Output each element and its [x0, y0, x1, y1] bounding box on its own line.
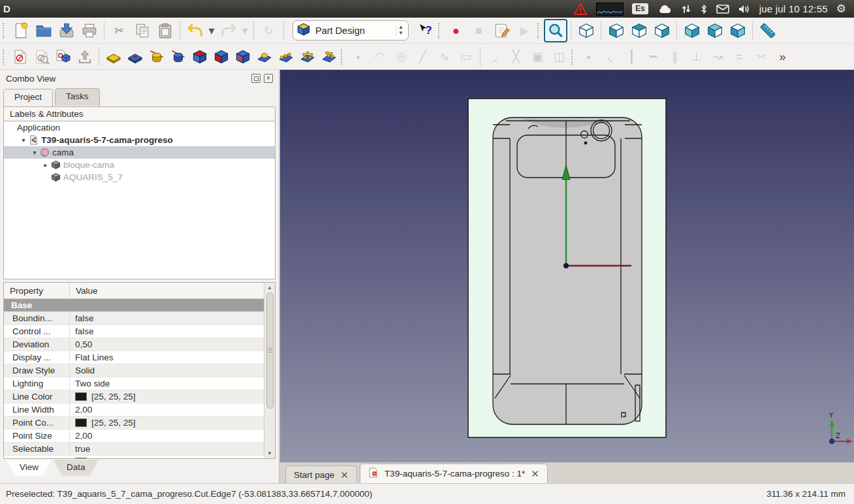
clock[interactable]: jue jul 10 12:55 [759, 3, 828, 14]
groove-button[interactable] [167, 46, 189, 68]
linear-pattern-button[interactable] [275, 46, 296, 68]
scroll-down-arrow[interactable]: ▼ [264, 449, 275, 458]
workbench-spin-buttons[interactable]: ▲▼ [396, 25, 405, 37]
measure-distance-button[interactable] [756, 20, 779, 42]
scroll-up-arrow[interactable]: ▲ [264, 283, 275, 292]
tab-tasks[interactable]: Tasks [55, 88, 100, 106]
print-button[interactable] [78, 20, 101, 42]
tree-item-application[interactable]: Application [4, 121, 275, 134]
sketch-trim-button[interactable]: ╳ [505, 46, 527, 68]
property-value[interactable]: 2,00 [70, 431, 275, 441]
phone-model[interactable] [493, 118, 642, 424]
property-row-draw-style[interactable]: Draw StyleSolid [4, 364, 275, 377]
property-value[interactable]: [25, 25, 25] [70, 418, 275, 428]
property-row-point-size[interactable]: Point Size2,00 [4, 430, 275, 443]
property-group-base[interactable]: Base [4, 299, 275, 312]
mail-icon[interactable] [716, 5, 729, 14]
chamfer-button[interactable] [210, 46, 232, 68]
volume-icon[interactable] [738, 4, 751, 14]
file-new-button[interactable] [9, 20, 32, 42]
property-row-point-co[interactable]: Point Co...[25, 25, 25] [4, 417, 275, 430]
constrain-parallel-button[interactable]: ∥ [664, 46, 686, 68]
view-rear-button[interactable] [680, 20, 703, 42]
close-tab-icon[interactable]: ✕ [340, 470, 349, 480]
property-value[interactable]: [204, 204, 204] [70, 457, 275, 459]
property-value[interactable]: Two side [70, 379, 275, 388]
toggle-construction-button[interactable]: ◫ [548, 46, 570, 68]
constrain-coincident-button[interactable]: ● [578, 46, 599, 68]
mirrored-button[interactable] [253, 46, 275, 68]
zoom-fit-all-button[interactable] [544, 19, 567, 42]
keyboard-layout-indicator[interactable]: Es [632, 3, 648, 14]
view-bottom-button[interactable] [703, 20, 726, 42]
multi-transform-button[interactable] [318, 46, 340, 68]
property-row-shape-co[interactable]: Shape Co...[204, 204, 204] [4, 456, 275, 459]
bluetooth-icon[interactable] [700, 4, 708, 14]
property-row-line-width[interactable]: Line Width2,00 [4, 403, 275, 417]
undo-button[interactable] [183, 20, 206, 42]
expand-arrow[interactable]: ▾ [30, 149, 39, 156]
redo-button[interactable] [217, 20, 240, 42]
toolbar-grip[interactable] [537, 23, 541, 39]
constrain-horizontal-button[interactable]: ━ [642, 46, 664, 68]
sketch-external-geometry-button[interactable]: ▣ [527, 46, 548, 68]
macro-edit-button[interactable] [490, 20, 513, 42]
tab-document[interactable]: T39-aquaris-5-7-cama-progreso : 1* ✕ [360, 464, 548, 483]
sketch-point-button[interactable]: ● [347, 46, 369, 68]
constrain-perpendicular-button[interactable]: ⊥ [686, 46, 707, 68]
whats-this-button[interactable]: ? [414, 20, 437, 42]
property-scrollbar[interactable]: ▲ ☰ ▼ [264, 283, 275, 458]
new-sketch-button[interactable] [9, 46, 31, 68]
sketch-line-button[interactable]: ╱ [412, 46, 434, 68]
pocket-button[interactable] [124, 46, 146, 68]
system-monitor-icon[interactable] [596, 3, 624, 16]
toolbar-grip[interactable] [438, 23, 441, 39]
property-row-lighting[interactable]: LightingTwo side [4, 377, 275, 390]
property-row-line-color[interactable]: Line Color[25, 25, 25] [4, 390, 275, 403]
view-right-button[interactable] [650, 20, 673, 42]
property-row-boundin[interactable]: Boundin...false [4, 312, 275, 325]
property-row-selectable[interactable]: Selectabletrue [4, 443, 275, 456]
sketch-rectangle-button[interactable]: ▭ [455, 46, 477, 68]
scrollbar-thumb[interactable]: ☰ [266, 292, 274, 409]
paste-button[interactable] [153, 20, 176, 42]
fillet-button[interactable] [189, 46, 210, 68]
property-value[interactable]: false [70, 326, 275, 336]
3d-viewport[interactable]: Y X Z [280, 70, 854, 462]
sketch-circle-button[interactable]: ◎ [390, 46, 412, 68]
expand-arrow[interactable]: ▸ [41, 161, 50, 168]
expand-arrow[interactable]: ▾ [19, 136, 28, 144]
constrain-vertical-button[interactable]: ┃ [621, 46, 642, 68]
toolbar-grip[interactable] [341, 49, 344, 65]
warning-icon[interactable] [573, 3, 588, 16]
toolbar-grip[interactable] [3, 23, 6, 39]
polar-pattern-button[interactable] [296, 46, 318, 68]
view-front-button[interactable] [605, 20, 627, 42]
draft-button[interactable] [232, 46, 253, 68]
property-value[interactable]: Flat Lines [70, 353, 275, 362]
tab-project[interactable]: Project [3, 89, 53, 106]
revolution-button[interactable] [146, 46, 167, 68]
property-value[interactable]: 0,50 [70, 339, 275, 349]
tab-data[interactable]: Data [54, 460, 99, 478]
macro-stop-button[interactable]: ■ [467, 20, 490, 42]
close-tab-icon[interactable]: ✕ [531, 469, 539, 479]
sketch-polyline-button[interactable]: ∿ [434, 46, 455, 68]
session-gear-icon[interactable]: ⚙ [836, 3, 846, 14]
pad-button[interactable] [103, 46, 124, 68]
macro-record-button[interactable]: ● [445, 20, 467, 42]
cut-button[interactable]: ✂ [108, 20, 131, 42]
edit-sketch-button[interactable] [31, 46, 52, 68]
copy-button[interactable] [131, 20, 153, 42]
property-value[interactable]: Solid [70, 366, 275, 375]
property-value[interactable]: true [70, 444, 275, 454]
sketch-fillet-button[interactable]: ◞ [484, 46, 505, 68]
tree-item-bloque-cama[interactable]: ▸bloque-cama [4, 159, 275, 171]
toolbar-overflow-button[interactable]: » [772, 46, 793, 68]
macro-play-button[interactable]: ▶ [513, 20, 536, 42]
network-transfer-icon[interactable] [681, 4, 691, 14]
tab-view[interactable]: View [7, 460, 52, 478]
cloud-icon[interactable] [657, 4, 672, 14]
property-row-display[interactable]: Display ...Flat Lines [4, 351, 275, 364]
workbench-selector[interactable]: Part Design ▲▼ [293, 20, 409, 40]
